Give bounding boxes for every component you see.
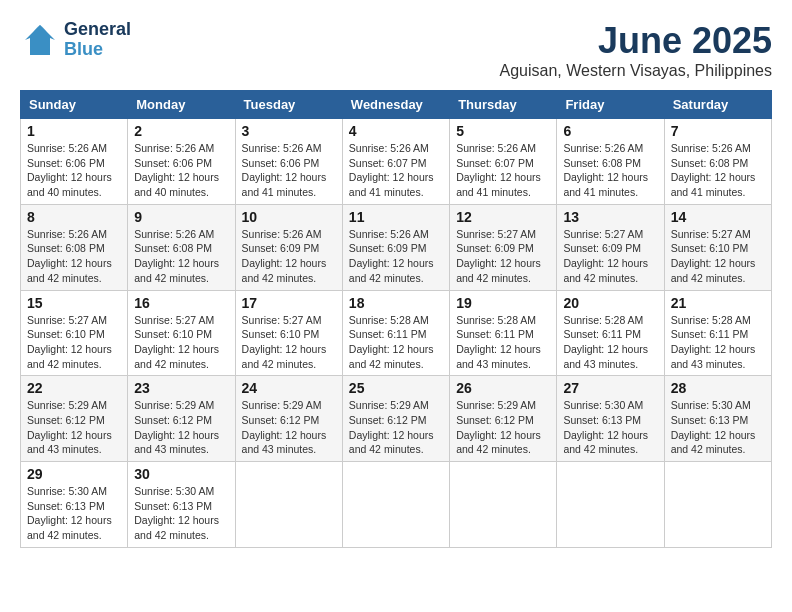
day-number: 23 — [134, 380, 228, 396]
logo-icon — [20, 20, 60, 60]
day-number: 2 — [134, 123, 228, 139]
day-number: 21 — [671, 295, 765, 311]
day-info: Sunrise: 5:27 AMSunset: 6:09 PMDaylight:… — [456, 227, 550, 286]
day-info: Sunrise: 5:26 AMSunset: 6:08 PMDaylight:… — [27, 227, 121, 286]
day-number: 29 — [27, 466, 121, 482]
day-number: 5 — [456, 123, 550, 139]
table-row: 25Sunrise: 5:29 AMSunset: 6:12 PMDayligh… — [342, 376, 449, 462]
day-info: Sunrise: 5:28 AMSunset: 6:11 PMDaylight:… — [349, 313, 443, 372]
col-wednesday: Wednesday — [342, 91, 449, 119]
header-row: Sunday Monday Tuesday Wednesday Thursday… — [21, 91, 772, 119]
day-info: Sunrise: 5:29 AMSunset: 6:12 PMDaylight:… — [456, 398, 550, 457]
col-saturday: Saturday — [664, 91, 771, 119]
table-row: 6Sunrise: 5:26 AMSunset: 6:08 PMDaylight… — [557, 119, 664, 205]
table-row: 14Sunrise: 5:27 AMSunset: 6:10 PMDayligh… — [664, 204, 771, 290]
day-info: Sunrise: 5:28 AMSunset: 6:11 PMDaylight:… — [563, 313, 657, 372]
table-row: 30Sunrise: 5:30 AMSunset: 6:13 PMDayligh… — [128, 462, 235, 548]
day-info: Sunrise: 5:30 AMSunset: 6:13 PMDaylight:… — [27, 484, 121, 543]
table-row: 28Sunrise: 5:30 AMSunset: 6:13 PMDayligh… — [664, 376, 771, 462]
day-info: Sunrise: 5:26 AMSunset: 6:09 PMDaylight:… — [349, 227, 443, 286]
day-info: Sunrise: 5:26 AMSunset: 6:06 PMDaylight:… — [27, 141, 121, 200]
day-number: 17 — [242, 295, 336, 311]
day-info: Sunrise: 5:29 AMSunset: 6:12 PMDaylight:… — [27, 398, 121, 457]
calendar-week-3: 15Sunrise: 5:27 AMSunset: 6:10 PMDayligh… — [21, 290, 772, 376]
col-thursday: Thursday — [450, 91, 557, 119]
table-row: 17Sunrise: 5:27 AMSunset: 6:10 PMDayligh… — [235, 290, 342, 376]
table-row: 7Sunrise: 5:26 AMSunset: 6:08 PMDaylight… — [664, 119, 771, 205]
table-row: 20Sunrise: 5:28 AMSunset: 6:11 PMDayligh… — [557, 290, 664, 376]
month-title: June 2025 — [500, 20, 772, 62]
logo-blue: Blue — [64, 40, 131, 60]
day-info: Sunrise: 5:26 AMSunset: 6:09 PMDaylight:… — [242, 227, 336, 286]
table-row — [450, 462, 557, 548]
day-number: 6 — [563, 123, 657, 139]
day-number: 28 — [671, 380, 765, 396]
table-row: 24Sunrise: 5:29 AMSunset: 6:12 PMDayligh… — [235, 376, 342, 462]
calendar-week-2: 8Sunrise: 5:26 AMSunset: 6:08 PMDaylight… — [21, 204, 772, 290]
day-number: 27 — [563, 380, 657, 396]
day-number: 30 — [134, 466, 228, 482]
table-row — [342, 462, 449, 548]
day-info: Sunrise: 5:26 AMSunset: 6:07 PMDaylight:… — [349, 141, 443, 200]
day-number: 19 — [456, 295, 550, 311]
day-info: Sunrise: 5:30 AMSunset: 6:13 PMDaylight:… — [671, 398, 765, 457]
day-info: Sunrise: 5:29 AMSunset: 6:12 PMDaylight:… — [349, 398, 443, 457]
table-row: 21Sunrise: 5:28 AMSunset: 6:11 PMDayligh… — [664, 290, 771, 376]
table-row — [235, 462, 342, 548]
day-info: Sunrise: 5:28 AMSunset: 6:11 PMDaylight:… — [456, 313, 550, 372]
day-info: Sunrise: 5:26 AMSunset: 6:07 PMDaylight:… — [456, 141, 550, 200]
day-number: 9 — [134, 209, 228, 225]
day-info: Sunrise: 5:27 AMSunset: 6:10 PMDaylight:… — [27, 313, 121, 372]
day-number: 15 — [27, 295, 121, 311]
logo-text: General Blue — [64, 20, 131, 60]
day-info: Sunrise: 5:27 AMSunset: 6:10 PMDaylight:… — [671, 227, 765, 286]
day-number: 20 — [563, 295, 657, 311]
day-number: 26 — [456, 380, 550, 396]
day-info: Sunrise: 5:29 AMSunset: 6:12 PMDaylight:… — [242, 398, 336, 457]
day-number: 10 — [242, 209, 336, 225]
table-row: 2Sunrise: 5:26 AMSunset: 6:06 PMDaylight… — [128, 119, 235, 205]
table-row: 5Sunrise: 5:26 AMSunset: 6:07 PMDaylight… — [450, 119, 557, 205]
table-row: 27Sunrise: 5:30 AMSunset: 6:13 PMDayligh… — [557, 376, 664, 462]
day-number: 22 — [27, 380, 121, 396]
day-number: 14 — [671, 209, 765, 225]
day-number: 1 — [27, 123, 121, 139]
col-monday: Monday — [128, 91, 235, 119]
table-row: 10Sunrise: 5:26 AMSunset: 6:09 PMDayligh… — [235, 204, 342, 290]
day-info: Sunrise: 5:28 AMSunset: 6:11 PMDaylight:… — [671, 313, 765, 372]
table-row: 15Sunrise: 5:27 AMSunset: 6:10 PMDayligh… — [21, 290, 128, 376]
calendar-week-5: 29Sunrise: 5:30 AMSunset: 6:13 PMDayligh… — [21, 462, 772, 548]
table-row: 3Sunrise: 5:26 AMSunset: 6:06 PMDaylight… — [235, 119, 342, 205]
table-row: 11Sunrise: 5:26 AMSunset: 6:09 PMDayligh… — [342, 204, 449, 290]
day-info: Sunrise: 5:26 AMSunset: 6:08 PMDaylight:… — [563, 141, 657, 200]
day-info: Sunrise: 5:27 AMSunset: 6:10 PMDaylight:… — [134, 313, 228, 372]
col-sunday: Sunday — [21, 91, 128, 119]
table-row: 23Sunrise: 5:29 AMSunset: 6:12 PMDayligh… — [128, 376, 235, 462]
day-info: Sunrise: 5:27 AMSunset: 6:10 PMDaylight:… — [242, 313, 336, 372]
day-info: Sunrise: 5:26 AMSunset: 6:06 PMDaylight:… — [134, 141, 228, 200]
day-number: 12 — [456, 209, 550, 225]
calendar-week-1: 1Sunrise: 5:26 AMSunset: 6:06 PMDaylight… — [21, 119, 772, 205]
table-row: 8Sunrise: 5:26 AMSunset: 6:08 PMDaylight… — [21, 204, 128, 290]
table-row: 29Sunrise: 5:30 AMSunset: 6:13 PMDayligh… — [21, 462, 128, 548]
day-number: 24 — [242, 380, 336, 396]
day-info: Sunrise: 5:30 AMSunset: 6:13 PMDaylight:… — [563, 398, 657, 457]
table-row: 9Sunrise: 5:26 AMSunset: 6:08 PMDaylight… — [128, 204, 235, 290]
page-header: General Blue June 2025 Aguisan, Western … — [20, 20, 772, 80]
calendar-table: Sunday Monday Tuesday Wednesday Thursday… — [20, 90, 772, 548]
table-row: 19Sunrise: 5:28 AMSunset: 6:11 PMDayligh… — [450, 290, 557, 376]
day-number: 11 — [349, 209, 443, 225]
day-info: Sunrise: 5:30 AMSunset: 6:13 PMDaylight:… — [134, 484, 228, 543]
table-row: 18Sunrise: 5:28 AMSunset: 6:11 PMDayligh… — [342, 290, 449, 376]
day-number: 4 — [349, 123, 443, 139]
col-tuesday: Tuesday — [235, 91, 342, 119]
table-row — [664, 462, 771, 548]
table-row: 1Sunrise: 5:26 AMSunset: 6:06 PMDaylight… — [21, 119, 128, 205]
table-row: 4Sunrise: 5:26 AMSunset: 6:07 PMDaylight… — [342, 119, 449, 205]
logo-general: General — [64, 20, 131, 40]
day-info: Sunrise: 5:29 AMSunset: 6:12 PMDaylight:… — [134, 398, 228, 457]
day-number: 8 — [27, 209, 121, 225]
table-row: 12Sunrise: 5:27 AMSunset: 6:09 PMDayligh… — [450, 204, 557, 290]
col-friday: Friday — [557, 91, 664, 119]
day-number: 25 — [349, 380, 443, 396]
